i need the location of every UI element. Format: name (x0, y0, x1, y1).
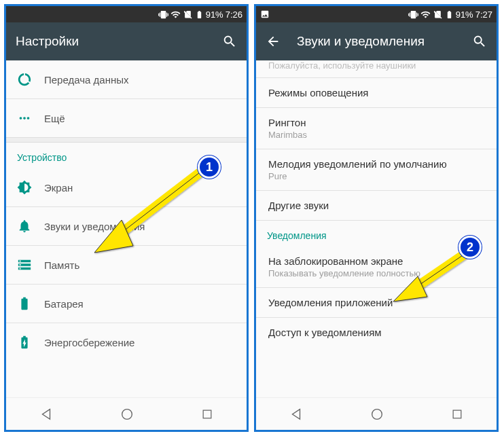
nav-bar (256, 397, 497, 430)
item-label: Энергосбережение (44, 337, 236, 348)
left-screenshot: 91% 7:26 Настройки Передача данных Ещё У… (4, 4, 249, 432)
right-screenshot: 91% 7:27 Звуки и уведомления Пожалуйста,… (254, 4, 499, 432)
wifi-icon (170, 10, 181, 20)
nav-home-button[interactable] (120, 407, 134, 422)
toolbar: Настройки (6, 22, 247, 60)
nav-bar (6, 397, 247, 430)
status-bar: 91% 7:27 (256, 6, 497, 22)
display-icon (17, 180, 44, 195)
more-icon (17, 111, 44, 126)
item-label: Ещё (44, 113, 236, 124)
svg-rect-1 (203, 410, 211, 418)
item-label: Режимы оповещения (268, 87, 484, 98)
item-subtitle: Пожалуйста, используйте наушники (268, 60, 484, 71)
battery-percent: 91% (456, 10, 473, 20)
vibrate-icon (408, 10, 418, 20)
battery-icon (17, 296, 44, 311)
page-title: Настройки (16, 34, 222, 49)
item-ringtone[interactable]: Рингтон Marimbas (256, 108, 497, 149)
partial-item: Пожалуйста, используйте наушники (256, 60, 497, 77)
vibrate-icon (158, 10, 168, 20)
sound-settings-list: Пожалуйста, используйте наушники Режимы … (256, 60, 497, 397)
item-label: Батарея (44, 298, 236, 310)
image-icon (260, 10, 270, 19)
storage-icon (17, 257, 44, 272)
item-subtitle: Pure (268, 171, 484, 181)
item-notification-access[interactable]: Доступ к уведомлениям (256, 318, 497, 347)
callout-badge-1: 1 (198, 156, 221, 179)
item-label: Мелодия уведомлений по умолчанию (268, 158, 484, 170)
nav-recents-button[interactable] (450, 407, 464, 421)
toolbar: Звуки и уведомления (256, 22, 497, 60)
back-button[interactable] (266, 34, 281, 49)
item-default-notification-sound[interactable]: Мелодия уведомлений по умолчанию Pure (256, 149, 497, 190)
settings-item-data-usage[interactable]: Передача данных (6, 60, 247, 98)
nav-home-button[interactable] (370, 407, 384, 422)
arrow-annotation (84, 166, 206, 261)
bell-icon (17, 219, 44, 234)
item-label: Рингтон (268, 117, 484, 128)
svg-point-0 (122, 409, 132, 419)
arrow-annotation (385, 246, 473, 307)
item-label: Память (44, 259, 236, 271)
battery-percent: 91% (206, 10, 223, 20)
nav-back-button[interactable] (289, 407, 304, 422)
item-other-sounds[interactable]: Другие звуки (256, 191, 497, 220)
item-alert-modes[interactable]: Режимы оповещения (256, 78, 497, 107)
settings-item-power-saving[interactable]: Энергосбережение (6, 323, 247, 361)
data-usage-icon (17, 72, 44, 87)
battery-icon (445, 10, 454, 20)
no-sim-icon (433, 10, 443, 20)
item-label: Доступ к уведомлениям (268, 327, 484, 338)
nav-recents-button[interactable] (200, 407, 214, 421)
search-icon[interactable] (472, 34, 487, 49)
battery-saver-icon (17, 335, 44, 350)
item-subtitle: Marimbas (268, 130, 484, 140)
section-divider (6, 137, 247, 143)
clock: 7:27 (475, 10, 492, 20)
nav-back-button[interactable] (39, 407, 54, 422)
wifi-icon (420, 10, 431, 20)
status-bar: 91% 7:26 (6, 6, 247, 22)
item-label: Передача данных (44, 74, 236, 86)
no-sim-icon (183, 10, 193, 20)
page-title: Звуки и уведомления (297, 34, 472, 49)
svg-rect-3 (453, 410, 461, 418)
clock: 7:26 (226, 10, 242, 20)
svg-point-2 (372, 409, 382, 419)
search-icon[interactable] (222, 34, 237, 49)
settings-item-battery[interactable]: Батарея (6, 285, 247, 323)
item-label: Другие звуки (268, 200, 484, 211)
settings-item-more[interactable]: Ещё (6, 99, 247, 137)
battery-icon (195, 10, 204, 20)
callout-badge-2: 2 (458, 236, 482, 259)
